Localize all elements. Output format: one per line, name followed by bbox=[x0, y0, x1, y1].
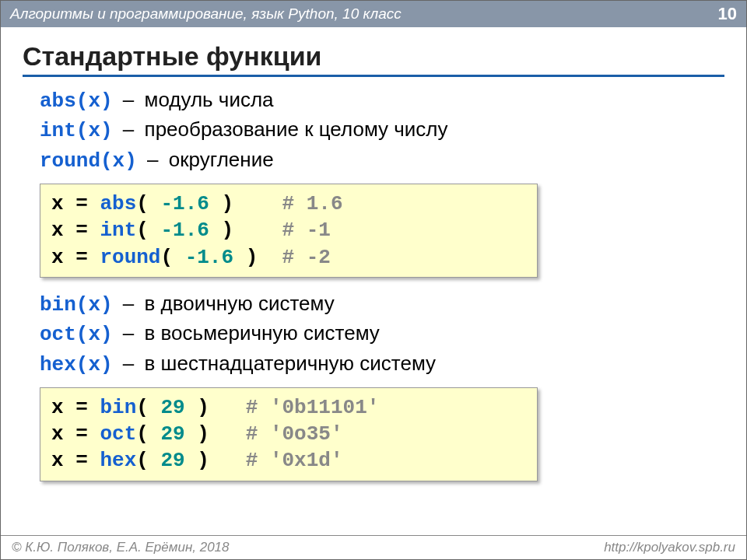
definition-row: bin(x) – в двоичную систему bbox=[40, 290, 731, 318]
fn-desc: модуль числа bbox=[145, 88, 274, 111]
code-block-1: x = abs( -1.6 ) # 1.6 x = int( -1.6 ) # … bbox=[40, 184, 538, 278]
code-line: x = bin( 29 ) # '0b11101' bbox=[51, 394, 526, 421]
code-line: x = abs( -1.6 ) # 1.6 bbox=[51, 191, 526, 217]
definition-row: round(x) – округление bbox=[40, 146, 731, 174]
dash-icon: – bbox=[123, 117, 134, 141]
code-line: x = oct( 29 ) # '0o35' bbox=[51, 421, 526, 447]
definitions-block-2: bin(x) – в двоичную систему oct(x) – в в… bbox=[40, 290, 731, 378]
fn-desc: в двоичную систему bbox=[145, 292, 335, 315]
course-title: Алгоритмы и программирование, язык Pytho… bbox=[10, 5, 402, 23]
page-number: 10 bbox=[718, 4, 737, 24]
dash-icon: – bbox=[123, 352, 134, 375]
code-line: x = round( -1.6 ) # -2 bbox=[51, 244, 526, 271]
fn-name: oct(x) bbox=[40, 323, 113, 346]
code-block-2: x = bin( 29 ) # '0b11101' x = oct( 29 ) … bbox=[40, 387, 538, 481]
footer-url: http://kpolyakov.spb.ru bbox=[604, 540, 735, 555]
slide-header: Алгоритмы и программирование, язык Pytho… bbox=[1, 1, 746, 27]
fn-name: abs(x) bbox=[40, 89, 113, 113]
definition-row: hex(x) – в шестнадцатеричную систему bbox=[40, 350, 731, 378]
dash-icon: – bbox=[147, 148, 158, 171]
slide-content: abs(x) – модуль числа int(x) – преобразо… bbox=[1, 82, 746, 492]
code-line: x = int( -1.6 ) # -1 bbox=[51, 217, 526, 243]
fn-name: int(x) bbox=[40, 119, 113, 142]
fn-desc: округление bbox=[169, 148, 274, 171]
fn-desc: преобразование к целому числу bbox=[145, 117, 448, 141]
definitions-block-1: abs(x) – модуль числа int(x) – преобразо… bbox=[40, 86, 731, 174]
fn-name: bin(x) bbox=[40, 293, 113, 317]
fn-name: hex(x) bbox=[40, 353, 113, 376]
fn-desc: в шестнадцатеричную систему bbox=[145, 352, 437, 375]
slide-title: Стандартные функции bbox=[23, 41, 724, 77]
code-line: x = hex( 29 ) # '0x1d' bbox=[51, 447, 526, 474]
copyright-text: © К.Ю. Поляков, Е.А. Ерёмин, 2018 bbox=[12, 540, 230, 555]
dash-icon: – bbox=[123, 88, 134, 111]
slide-footer: © К.Ю. Поляков, Е.А. Ерёмин, 2018 http:/… bbox=[1, 535, 746, 559]
fn-desc: в восьмеричную систему bbox=[145, 321, 380, 345]
definition-row: int(x) – преобразование к целому числу bbox=[40, 116, 731, 144]
dash-icon: – bbox=[123, 292, 134, 315]
definition-row: abs(x) – модуль числа bbox=[40, 86, 731, 114]
dash-icon: – bbox=[123, 321, 134, 345]
fn-name: round(x) bbox=[40, 149, 137, 173]
definition-row: oct(x) – в восьмеричную систему bbox=[40, 320, 731, 348]
